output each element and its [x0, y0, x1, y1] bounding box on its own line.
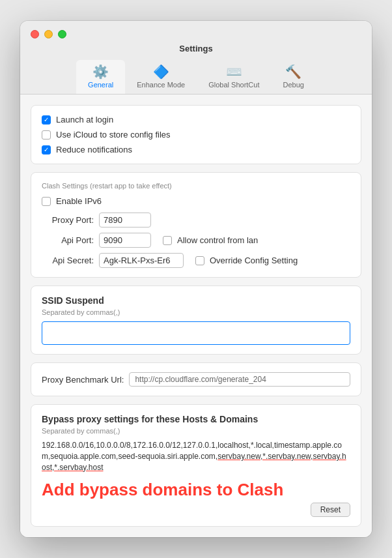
ssid-suspend-section: SSID Suspend Separated by commas(,)	[31, 286, 361, 355]
reduce-notifications-label: Reduce notifications	[56, 145, 132, 154]
bypass-section: Bypass proxy settings for these Hosts & …	[31, 404, 361, 527]
enhance-icon: 🔷	[153, 65, 169, 78]
ssid-title: SSID Suspend	[42, 295, 350, 306]
use-icloud-label: Use iCloud to store config files	[56, 130, 171, 140]
proxy-benchmark-row: Proxy Benchmark Url:	[42, 372, 350, 387]
use-icloud-checkbox[interactable]	[42, 130, 51, 140]
tab-enhance-label: Enhance Mode	[137, 81, 185, 89]
api-port-row: Api Port: Allow control from lan	[42, 233, 350, 248]
allow-control-label: Allow control from lan	[177, 235, 258, 245]
shortcut-icon: ⌨️	[226, 65, 242, 78]
enable-ipv6-checkbox[interactable]	[42, 197, 51, 206]
proxy-port-label: Proxy Port:	[42, 215, 94, 225]
clash-settings-section: Clash Settings (restart app to take effe…	[31, 172, 361, 278]
tab-debug-label: Debug	[283, 81, 303, 89]
launch-at-login-label: Launch at login	[56, 115, 113, 125]
bypass-title: Bypass proxy settings for these Hosts & …	[42, 414, 350, 424]
minimize-button[interactable]	[44, 30, 53, 38]
close-button[interactable]	[31, 30, 39, 38]
tab-shortcut-label: Global ShortCut	[208, 81, 259, 89]
reduce-notifications-row: Reduce notifications	[42, 145, 350, 154]
tab-shortcut[interactable]: ⌨️ Global ShortCut	[197, 60, 271, 94]
tab-general-label: General	[88, 81, 113, 89]
allow-control-checkbox[interactable]	[163, 236, 172, 245]
use-icloud-row: Use iCloud to store config files	[42, 130, 350, 140]
titlebar: Settings ⚙️ General 🔷 Enhance Mode ⌨️ Gl…	[20, 21, 372, 95]
general-section: Launch at login Use iCloud to store conf…	[31, 105, 361, 164]
maximize-button[interactable]	[58, 30, 66, 38]
launch-at-login-checkbox[interactable]	[42, 115, 51, 125]
api-port-label: Api Port:	[42, 235, 94, 245]
ssid-subtitle: Separated by commas(,)	[42, 308, 350, 316]
api-secret-label: Api Secret:	[42, 256, 94, 265]
tab-debug[interactable]: 🔨 Debug	[271, 60, 315, 94]
bypass-underline: servbay.new,*.servbay.new,servbay.host,*…	[42, 452, 346, 472]
enable-ipv6-label: Enable IPv6	[56, 196, 102, 206]
proxy-benchmark-input[interactable]	[129, 372, 350, 387]
proxy-benchmark-section: Proxy Benchmark Url:	[31, 362, 361, 396]
proxy-port-input[interactable]	[99, 213, 151, 228]
api-secret-input[interactable]	[99, 253, 184, 268]
enable-ipv6-row: Enable IPv6	[42, 196, 350, 206]
tab-general[interactable]: ⚙️ General	[76, 60, 125, 94]
settings-window: Settings ⚙️ General 🔷 Enhance Mode ⌨️ Gl…	[20, 21, 372, 537]
tab-enhance[interactable]: 🔷 Enhance Mode	[125, 60, 197, 94]
proxy-port-row: Proxy Port:	[42, 213, 350, 228]
window-title: Settings	[179, 44, 212, 53]
reduce-notifications-checkbox[interactable]	[42, 145, 51, 154]
override-config-checkbox[interactable]	[195, 256, 204, 265]
override-config-label: Override Config Setting	[210, 256, 298, 265]
clash-settings-label: Clash Settings (restart app to take effe…	[42, 182, 350, 190]
api-port-input[interactable]	[99, 233, 151, 248]
launch-at-login-row: Launch at login	[42, 115, 350, 125]
proxy-benchmark-label: Proxy Benchmark Url:	[42, 375, 124, 385]
reset-button[interactable]: Reset	[311, 503, 350, 517]
bypass-content: 192.168.0.0/16,10.0.0.0/8,172.16.0.0/12,…	[42, 440, 350, 473]
api-secret-row: Api Secret: Override Config Setting	[42, 253, 350, 268]
tab-bar: ⚙️ General 🔷 Enhance Mode ⌨️ Global Shor…	[76, 60, 316, 94]
bypass-subtitle: Separated by commas(,)	[42, 427, 350, 435]
general-icon: ⚙️	[92, 65, 109, 78]
add-bypass-button[interactable]: Add bypass domains to Clash	[42, 480, 350, 500]
content-area: Launch at login Use iCloud to store conf…	[20, 95, 372, 537]
debug-icon: 🔨	[285, 65, 301, 78]
traffic-lights	[31, 30, 66, 38]
ssid-input[interactable]	[42, 321, 350, 345]
